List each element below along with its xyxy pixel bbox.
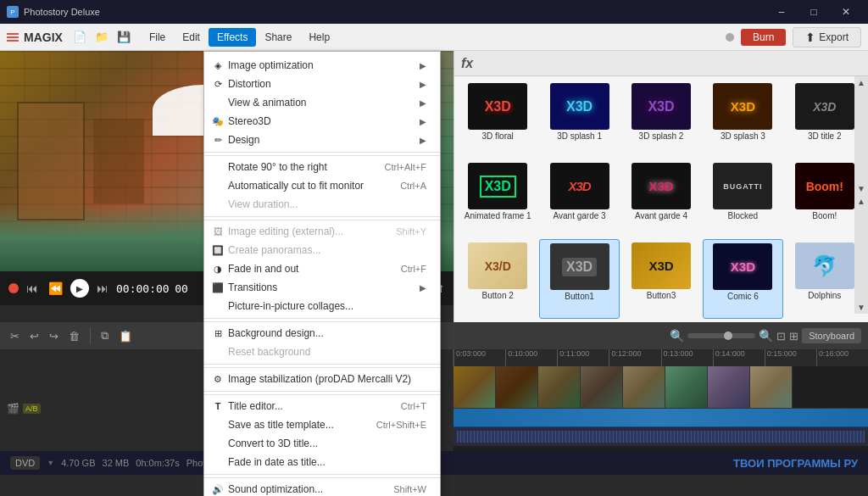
menu-item-view-animation[interactable]: View & animation ▶ [204, 93, 440, 112]
menu-item-fade[interactable]: ◑ Fade in and out Ctrl+F [204, 259, 440, 278]
disk-space-status: 4.70 GB [61, 458, 95, 468]
scroll-up-button[interactable]: ▲ [857, 78, 865, 87]
separator-1 [204, 152, 440, 153]
ruler-mark: 0:13:000 [661, 349, 713, 366]
paste-button[interactable]: 📋 [115, 327, 136, 345]
menu-item-fade-date[interactable]: Fade in date as title... [204, 453, 440, 471]
video-thumb-6[interactable] [665, 366, 708, 408]
effect-item-3d-floral[interactable]: 3D floral [458, 80, 537, 158]
fit-button[interactable]: ⊡ [776, 330, 786, 343]
menu-item-transitions[interactable]: ⬛ Transitions ▶ [204, 278, 440, 297]
menu-section-sound: 🔊 Sound optimization... Shift+W Adjust l… [204, 477, 440, 496]
cut-button[interactable]: ✂ [7, 327, 23, 345]
record-button[interactable] [8, 283, 19, 293]
effect-label-3d-splash2: 3D splash 2 [639, 131, 684, 141]
menu-item-stabilization[interactable]: ⚙ Image stabilization (proDAD Mercalli V… [204, 370, 440, 388]
new-project-button[interactable]: 📄 [70, 27, 90, 47]
storyboard-button[interactable]: Storyboard [802, 328, 861, 343]
zoom-slider[interactable] [687, 333, 755, 338]
effect-item-3d-splash2[interactable]: 3D splash 2 [621, 80, 701, 158]
effect-thumb-button3 [632, 242, 691, 289]
close-button[interactable]: ✕ [831, 0, 861, 24]
delete-button[interactable]: 🗑 [65, 327, 83, 345]
video-icon: 🎬 [7, 403, 19, 415]
ruler-mark: 0:11:000 [557, 349, 609, 366]
video-thumb-8[interactable] [750, 366, 793, 408]
video-thumb-7[interactable] [708, 366, 750, 408]
scroll-up-button-2[interactable]: ▲ [857, 197, 865, 206]
video-thumb-4[interactable] [581, 366, 623, 408]
timeline-content [453, 366, 868, 451]
menu-edit[interactable]: Edit [174, 28, 209, 47]
menu-file[interactable]: File [141, 28, 174, 47]
effect-item-avant-garde3[interactable]: Avant garde 3 [539, 159, 619, 237]
effect-item-dolphins[interactable]: Dolphins [785, 239, 865, 319]
menu-item-background-design[interactable]: ⊞ Background design... [204, 324, 440, 343]
menu-item-distortion[interactable]: ⟳ Distortion ▶ [204, 75, 440, 93]
effect-item-button2[interactable]: Button 2 [458, 239, 537, 319]
minimize-button[interactable]: – [766, 0, 797, 24]
menu-effects[interactable]: Effects [209, 28, 256, 47]
scroll-controls: ▲ ▼ [854, 76, 868, 195]
effect-label-blocked: Blocked [728, 211, 759, 220]
menu-item-convert-3d-title[interactable]: Convert to 3D title... [204, 434, 440, 453]
open-button[interactable]: 📁 [92, 27, 112, 47]
menu-bar: MAGIX 📄 📁 💾 File Edit Effects Share Help… [0, 24, 868, 51]
ruler-mark: 0:14:000 [713, 349, 765, 366]
effect-label-3d-splash3: 3D splash 3 [721, 131, 765, 141]
rewind-button[interactable]: ⏪ [46, 279, 65, 298]
maximize-button[interactable]: □ [798, 0, 829, 24]
undo-button[interactable]: ↩ [26, 327, 42, 345]
design-icon: ✏ [211, 135, 225, 146]
skip-start-button[interactable]: ⏮ [24, 279, 41, 298]
video-thumb-3[interactable] [538, 366, 581, 408]
effect-item-comic6[interactable]: Comic 6 [703, 239, 782, 319]
menu-item-auto-cut[interactable]: Automatically cut to fit monitor Ctrl+A [204, 176, 440, 195]
scroll-down-button-2[interactable]: ▼ [857, 303, 865, 312]
redo-button[interactable]: ↪ [46, 327, 62, 345]
copy-button[interactable]: ⧉ [97, 326, 112, 345]
separator-2 [204, 216, 440, 217]
effect-item-button1[interactable]: Button1 [539, 239, 619, 319]
export-button[interactable]: ⬆ Export [793, 27, 861, 47]
video-thumb-5[interactable] [623, 366, 665, 408]
effect-item-blocked[interactable]: Blocked [703, 159, 782, 237]
menu-item-stereo3d[interactable]: 🎭 Stereo3D ▶ [204, 112, 440, 131]
effect-item-animated-frame1[interactable]: Animated frame 1 [458, 159, 537, 237]
burn-button[interactable]: Burn [741, 29, 786, 46]
effect-label-button2: Button 2 [482, 291, 514, 300]
effect-item-avant-garde4[interactable]: Avant garde 4 [621, 159, 701, 237]
save-button[interactable]: 💾 [114, 27, 134, 47]
zoom-out-button[interactable]: 🔍 [670, 329, 684, 343]
menu-item-rotate[interactable]: Rotate 90° to the right Ctrl+Alt+F [204, 158, 440, 176]
menu-item-design[interactable]: ✏ Design ▶ [204, 131, 440, 149]
effect-item-3d-splash1[interactable]: 3D splash 1 [539, 80, 619, 158]
timeline-controls: 🔍 🔍 ⊡ ⊞ Storyboard [670, 328, 861, 343]
effect-thumb-comic6 [713, 243, 772, 290]
effect-item-boom[interactable]: Boom! [785, 159, 865, 237]
menu-item-sound-optimization[interactable]: 🔊 Sound optimization... Shift+W [204, 480, 440, 496]
menu-share[interactable]: Share [256, 28, 300, 47]
transitions-icon: ⬛ [211, 282, 225, 293]
separator-5 [204, 391, 440, 392]
effect-item-3d-splash3[interactable]: 3D splash 3 [703, 80, 782, 158]
skip-end-button[interactable]: ⏭ [94, 279, 111, 298]
record-indicator [726, 33, 734, 42]
video-thumb-2[interactable] [496, 366, 538, 408]
grid-button[interactable]: ⊞ [789, 330, 798, 343]
menu-item-title-editor[interactable]: T Title editor... Ctrl+T [204, 397, 440, 415]
dvd-selector[interactable]: DVD [10, 456, 40, 470]
menu-item-pip-collages[interactable]: Picture-in-picture collages... [204, 297, 440, 315]
menu-item-save-title-template[interactable]: Save as title template... Ctrl+Shift+E [204, 415, 440, 434]
menu-item-image-optimization[interactable]: ◈ Image optimization ▶ [204, 56, 440, 75]
zoom-in-button[interactable]: 🔍 [759, 329, 773, 343]
effect-item-3d-title2[interactable]: 3D title 2 [785, 80, 865, 158]
scroll-down-button[interactable]: ▼ [857, 184, 865, 193]
play-button[interactable]: ▶ [70, 279, 89, 298]
video-thumb-1[interactable] [453, 366, 496, 408]
stabilization-icon: ⚙ [211, 374, 225, 385]
effect-item-button3[interactable]: Button3 [621, 239, 701, 319]
building-window [93, 119, 144, 203]
menu-help[interactable]: Help [300, 28, 338, 47]
distortion-icon: ⟳ [211, 79, 225, 90]
